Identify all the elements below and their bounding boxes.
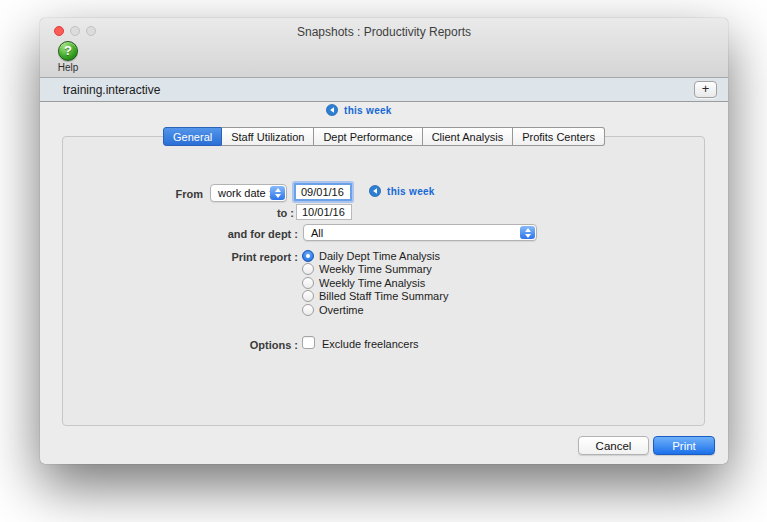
tab-bar: General Staff Utilization Dept Performan… xyxy=(40,127,728,146)
session-name[interactable]: training.interactive xyxy=(63,83,160,97)
this-week-label: this week xyxy=(344,105,392,116)
date-type-dropdown[interactable]: work date : xyxy=(210,184,287,202)
titlebar: Snapshots : Productivity Reports ? Help xyxy=(40,18,728,78)
dept-label: and for dept : xyxy=(160,228,298,240)
radio-weekly-time-summary[interactable]: Weekly Time Summary xyxy=(302,262,432,275)
dept-value: All xyxy=(311,227,323,239)
help-button-label: Help xyxy=(46,62,90,73)
radio-weekly-time-analysis[interactable]: Weekly Time Analysis xyxy=(302,276,425,289)
to-date-field[interactable]: 10/01/16 xyxy=(296,204,352,220)
this-week-label: this week xyxy=(387,186,435,197)
to-date-value: 10/01/16 xyxy=(302,206,345,218)
radio-icon xyxy=(302,304,314,316)
cancel-button[interactable]: Cancel xyxy=(578,436,649,455)
tab-dept-performance[interactable]: Dept Performance xyxy=(314,127,422,146)
exclude-freelancers-checkbox[interactable] xyxy=(302,336,315,349)
radio-icon xyxy=(302,290,314,302)
radio-overtime[interactable]: Overtime xyxy=(302,303,364,316)
app-window: Snapshots : Productivity Reports ? Help … xyxy=(40,18,728,464)
tab-staff-utilization[interactable]: Staff Utilization xyxy=(222,127,314,146)
radio-billed-staff-time-summary[interactable]: Billed Staff Time Summary xyxy=(302,289,448,302)
from-date-field[interactable]: 09/01/16 xyxy=(294,183,352,201)
tab-general[interactable]: General xyxy=(163,127,222,146)
options-label: Options : xyxy=(160,339,298,351)
dropdown-stepper-icon xyxy=(270,186,285,200)
session-bar: training.interactive + xyxy=(40,78,728,102)
close-window-button[interactable] xyxy=(54,26,64,36)
radio-icon xyxy=(302,263,314,275)
from-label: From xyxy=(135,188,203,200)
print-report-label: Print report : xyxy=(160,251,298,263)
from-date-value: 09/01/16 xyxy=(301,186,344,198)
zoom-window-button[interactable] xyxy=(86,26,96,36)
this-week-link-form[interactable]: this week xyxy=(369,185,435,197)
print-button[interactable]: Print xyxy=(653,436,715,455)
radio-icon xyxy=(302,277,314,289)
help-button[interactable]: ? Help xyxy=(46,41,90,73)
minimize-window-button[interactable] xyxy=(70,26,80,36)
back-arrow-circle-icon xyxy=(326,104,338,116)
tab-client-analysis[interactable]: Client Analysis xyxy=(423,127,514,146)
exclude-freelancers-label: Exclude freelancers xyxy=(322,338,419,350)
radio-selected-icon xyxy=(302,250,314,262)
back-arrow-circle-icon xyxy=(369,185,381,197)
dropdown-stepper-icon xyxy=(520,226,535,239)
add-snapshot-button[interactable]: + xyxy=(694,81,717,98)
to-label: to : xyxy=(240,207,294,219)
dept-dropdown[interactable]: All xyxy=(303,224,537,241)
date-type-value: work date : xyxy=(218,187,272,199)
this-week-link-top[interactable]: this week xyxy=(326,104,392,116)
radio-daily-dept-time-analysis[interactable]: Daily Dept Time Analysis xyxy=(302,249,440,262)
window-title: Snapshots : Productivity Reports xyxy=(110,25,658,39)
tab-profits-centers[interactable]: Profits Centers xyxy=(513,127,605,146)
help-question-icon: ? xyxy=(58,41,78,61)
